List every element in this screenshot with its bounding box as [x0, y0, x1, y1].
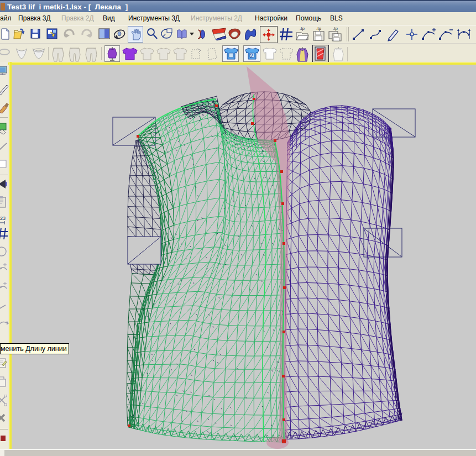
- svg-text:123: 123: [0, 216, 6, 221]
- svg-text:2: 2: [250, 53, 253, 59]
- svg-text:.tp: .tp: [316, 26, 321, 31]
- svg-text:.tp: .tp: [333, 26, 338, 31]
- svg-text:.tp: .tp: [300, 26, 305, 31]
